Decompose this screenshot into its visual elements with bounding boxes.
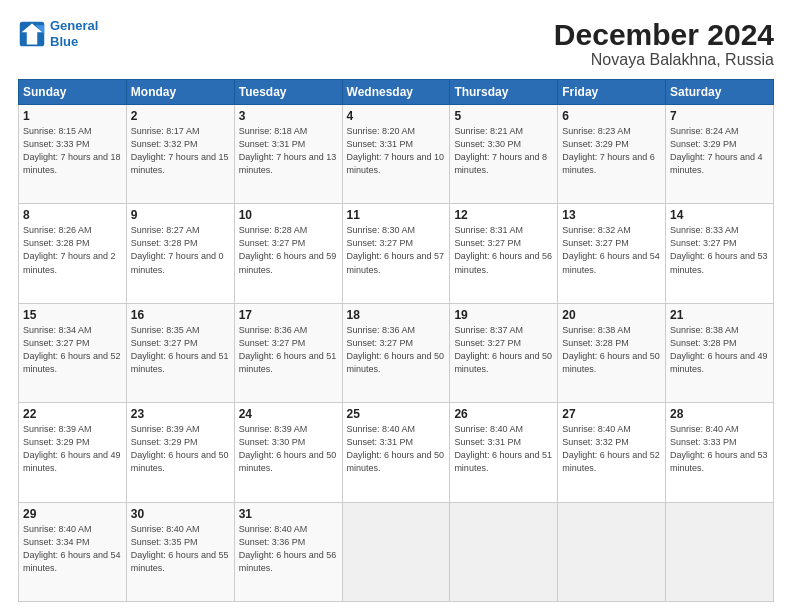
table-row: 30Sunrise: 8:40 AMSunset: 3:35 PMDayligh… xyxy=(126,502,234,601)
table-row: 28Sunrise: 8:40 AMSunset: 3:33 PMDayligh… xyxy=(666,403,774,502)
day-details: Sunrise: 8:21 AMSunset: 3:30 PMDaylight:… xyxy=(454,125,553,177)
day-number: 19 xyxy=(454,308,553,322)
table-row: 22Sunrise: 8:39 AMSunset: 3:29 PMDayligh… xyxy=(19,403,127,502)
day-details: Sunrise: 8:40 AMSunset: 3:36 PMDaylight:… xyxy=(239,523,338,575)
day-details: Sunrise: 8:40 AMSunset: 3:33 PMDaylight:… xyxy=(670,423,769,475)
day-number: 12 xyxy=(454,208,553,222)
table-row xyxy=(342,502,450,601)
table-row xyxy=(450,502,558,601)
day-number: 11 xyxy=(347,208,446,222)
table-row: 3Sunrise: 8:18 AMSunset: 3:31 PMDaylight… xyxy=(234,105,342,204)
table-row: 14Sunrise: 8:33 AMSunset: 3:27 PMDayligh… xyxy=(666,204,774,303)
table-row: 7Sunrise: 8:24 AMSunset: 3:29 PMDaylight… xyxy=(666,105,774,204)
table-row: 10Sunrise: 8:28 AMSunset: 3:27 PMDayligh… xyxy=(234,204,342,303)
table-row xyxy=(558,502,666,601)
table-row: 17Sunrise: 8:36 AMSunset: 3:27 PMDayligh… xyxy=(234,303,342,402)
table-row: 12Sunrise: 8:31 AMSunset: 3:27 PMDayligh… xyxy=(450,204,558,303)
table-row: 29Sunrise: 8:40 AMSunset: 3:34 PMDayligh… xyxy=(19,502,127,601)
logo: General Blue xyxy=(18,18,98,49)
day-number: 4 xyxy=(347,109,446,123)
day-details: Sunrise: 8:17 AMSunset: 3:32 PMDaylight:… xyxy=(131,125,230,177)
day-number: 17 xyxy=(239,308,338,322)
day-number: 3 xyxy=(239,109,338,123)
table-row: 18Sunrise: 8:36 AMSunset: 3:27 PMDayligh… xyxy=(342,303,450,402)
day-number: 16 xyxy=(131,308,230,322)
header: General Blue December 2024 Novaya Balakh… xyxy=(18,18,774,69)
table-row: 21Sunrise: 8:38 AMSunset: 3:28 PMDayligh… xyxy=(666,303,774,402)
day-details: Sunrise: 8:40 AMSunset: 3:35 PMDaylight:… xyxy=(131,523,230,575)
col-friday: Friday xyxy=(558,80,666,105)
table-row: 26Sunrise: 8:40 AMSunset: 3:31 PMDayligh… xyxy=(450,403,558,502)
day-number: 5 xyxy=(454,109,553,123)
day-number: 29 xyxy=(23,507,122,521)
table-row: 2Sunrise: 8:17 AMSunset: 3:32 PMDaylight… xyxy=(126,105,234,204)
day-number: 24 xyxy=(239,407,338,421)
day-number: 25 xyxy=(347,407,446,421)
day-details: Sunrise: 8:40 AMSunset: 3:34 PMDaylight:… xyxy=(23,523,122,575)
day-number: 10 xyxy=(239,208,338,222)
table-row: 16Sunrise: 8:35 AMSunset: 3:27 PMDayligh… xyxy=(126,303,234,402)
col-wednesday: Wednesday xyxy=(342,80,450,105)
col-thursday: Thursday xyxy=(450,80,558,105)
day-details: Sunrise: 8:24 AMSunset: 3:29 PMDaylight:… xyxy=(670,125,769,177)
day-details: Sunrise: 8:32 AMSunset: 3:27 PMDaylight:… xyxy=(562,224,661,276)
day-details: Sunrise: 8:26 AMSunset: 3:28 PMDaylight:… xyxy=(23,224,122,276)
table-row: 25Sunrise: 8:40 AMSunset: 3:31 PMDayligh… xyxy=(342,403,450,502)
table-row: 11Sunrise: 8:30 AMSunset: 3:27 PMDayligh… xyxy=(342,204,450,303)
table-row: 6Sunrise: 8:23 AMSunset: 3:29 PMDaylight… xyxy=(558,105,666,204)
logo-general: General xyxy=(50,18,98,33)
calendar-subtitle: Novaya Balakhna, Russia xyxy=(554,51,774,69)
table-row: 15Sunrise: 8:34 AMSunset: 3:27 PMDayligh… xyxy=(19,303,127,402)
day-details: Sunrise: 8:36 AMSunset: 3:27 PMDaylight:… xyxy=(239,324,338,376)
table-row: 24Sunrise: 8:39 AMSunset: 3:30 PMDayligh… xyxy=(234,403,342,502)
table-row: 27Sunrise: 8:40 AMSunset: 3:32 PMDayligh… xyxy=(558,403,666,502)
title-block: December 2024 Novaya Balakhna, Russia xyxy=(554,18,774,69)
table-row: 31Sunrise: 8:40 AMSunset: 3:36 PMDayligh… xyxy=(234,502,342,601)
day-number: 27 xyxy=(562,407,661,421)
day-number: 13 xyxy=(562,208,661,222)
table-row: 5Sunrise: 8:21 AMSunset: 3:30 PMDaylight… xyxy=(450,105,558,204)
day-number: 31 xyxy=(239,507,338,521)
calendar-week-row: 22Sunrise: 8:39 AMSunset: 3:29 PMDayligh… xyxy=(19,403,774,502)
calendar-week-row: 8Sunrise: 8:26 AMSunset: 3:28 PMDaylight… xyxy=(19,204,774,303)
day-details: Sunrise: 8:39 AMSunset: 3:29 PMDaylight:… xyxy=(23,423,122,475)
day-details: Sunrise: 8:34 AMSunset: 3:27 PMDaylight:… xyxy=(23,324,122,376)
day-number: 14 xyxy=(670,208,769,222)
calendar-week-row: 15Sunrise: 8:34 AMSunset: 3:27 PMDayligh… xyxy=(19,303,774,402)
day-number: 28 xyxy=(670,407,769,421)
table-row: 1Sunrise: 8:15 AMSunset: 3:33 PMDaylight… xyxy=(19,105,127,204)
col-monday: Monday xyxy=(126,80,234,105)
day-details: Sunrise: 8:40 AMSunset: 3:31 PMDaylight:… xyxy=(454,423,553,475)
day-number: 22 xyxy=(23,407,122,421)
day-details: Sunrise: 8:18 AMSunset: 3:31 PMDaylight:… xyxy=(239,125,338,177)
table-row: 23Sunrise: 8:39 AMSunset: 3:29 PMDayligh… xyxy=(126,403,234,502)
table-row: 20Sunrise: 8:38 AMSunset: 3:28 PMDayligh… xyxy=(558,303,666,402)
day-details: Sunrise: 8:37 AMSunset: 3:27 PMDaylight:… xyxy=(454,324,553,376)
table-row: 13Sunrise: 8:32 AMSunset: 3:27 PMDayligh… xyxy=(558,204,666,303)
day-details: Sunrise: 8:33 AMSunset: 3:27 PMDaylight:… xyxy=(670,224,769,276)
day-details: Sunrise: 8:27 AMSunset: 3:28 PMDaylight:… xyxy=(131,224,230,276)
day-number: 26 xyxy=(454,407,553,421)
col-sunday: Sunday xyxy=(19,80,127,105)
day-number: 20 xyxy=(562,308,661,322)
table-row: 8Sunrise: 8:26 AMSunset: 3:28 PMDaylight… xyxy=(19,204,127,303)
day-details: Sunrise: 8:40 AMSunset: 3:32 PMDaylight:… xyxy=(562,423,661,475)
table-row: 9Sunrise: 8:27 AMSunset: 3:28 PMDaylight… xyxy=(126,204,234,303)
logo-blue: Blue xyxy=(50,34,98,50)
day-number: 7 xyxy=(670,109,769,123)
calendar-week-row: 1Sunrise: 8:15 AMSunset: 3:33 PMDaylight… xyxy=(19,105,774,204)
table-row: 4Sunrise: 8:20 AMSunset: 3:31 PMDaylight… xyxy=(342,105,450,204)
day-number: 8 xyxy=(23,208,122,222)
logo-text: General Blue xyxy=(50,18,98,49)
table-row: 19Sunrise: 8:37 AMSunset: 3:27 PMDayligh… xyxy=(450,303,558,402)
day-number: 15 xyxy=(23,308,122,322)
day-number: 6 xyxy=(562,109,661,123)
day-details: Sunrise: 8:40 AMSunset: 3:31 PMDaylight:… xyxy=(347,423,446,475)
calendar-header-row: Sunday Monday Tuesday Wednesday Thursday… xyxy=(19,80,774,105)
day-details: Sunrise: 8:30 AMSunset: 3:27 PMDaylight:… xyxy=(347,224,446,276)
col-tuesday: Tuesday xyxy=(234,80,342,105)
day-number: 23 xyxy=(131,407,230,421)
day-number: 1 xyxy=(23,109,122,123)
day-details: Sunrise: 8:23 AMSunset: 3:29 PMDaylight:… xyxy=(562,125,661,177)
day-details: Sunrise: 8:39 AMSunset: 3:30 PMDaylight:… xyxy=(239,423,338,475)
